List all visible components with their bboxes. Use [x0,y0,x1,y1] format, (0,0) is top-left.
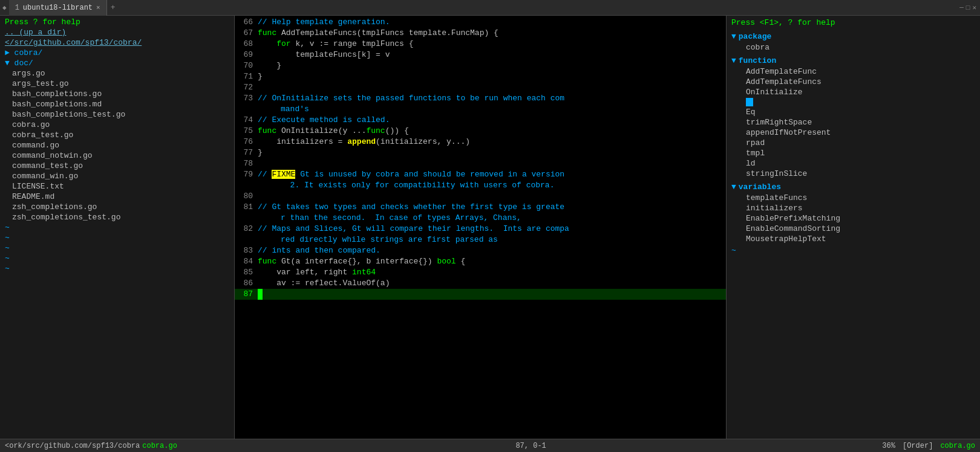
line-num-71: 71 [235,71,258,82]
outline-var-MousetrapHelpText[interactable]: MousetrapHelpText [727,234,980,244]
line-content-84: func Gt(a interface{}, b interface{}) bo… [258,256,465,267]
code-line-80: 80 [235,191,726,202]
close-icon[interactable]: ✕ [972,4,976,11]
line-content-68: for k, v := range tmplFuncs { [258,39,413,50]
file-cobra-test-go[interactable]: cobra_test.go [0,130,234,140]
tab-bar: ◆ 1 ubuntu18-librant × + ─ □ ✕ [0,0,980,16]
file-command-win-go[interactable]: command_win.go [0,171,234,181]
line-content-82: // Maps and Slices, Gt will compare thei… [258,224,569,245]
file-bash-completions-test-go[interactable]: bash_completions_test.go [0,109,234,120]
line-content-75: func OnInitialize(y ...func()) { [258,126,409,137]
tab-add-button[interactable]: + [107,3,119,12]
line-num-81: 81 [235,202,258,213]
outline-var-EnablePrefixMatching[interactable]: EnablePrefixMatching [727,213,980,224]
line-num-85: 85 [235,267,258,278]
tab-item[interactable]: 1 ubuntu18-librant × [9,0,107,16]
file-bash-completions-go[interactable]: bash_completions.go [0,89,234,99]
code-line-84: 84 func Gt(a interface{}, b interface{})… [235,256,726,267]
status-right: 36% [Order] cobra.go [882,442,975,450]
file-readme-md[interactable]: README.md [0,192,234,202]
status-path: <ork/src/github.com/spf13/cobra [5,442,140,450]
line-content-76: initializers = append(initializers, y...… [258,137,470,147]
outline-package-header[interactable]: ▼ package [727,31,980,42]
outline-package-value: cobra [727,42,980,53]
file-zsh-completions-go[interactable]: zsh_completions.go [0,202,234,212]
outline-variables-header[interactable]: ▼ variables [727,181,980,193]
cobra-dir-collapsed[interactable]: ► cobra/ [0,48,234,58]
outline-func-AddTemplateFunc[interactable]: AddTemplateFunc [727,66,980,77]
file-license-txt[interactable]: LICENSE.txt [0,181,234,192]
code-line-72: 72 [235,82,726,93]
outline-tilde: ~ [727,245,980,256]
outline-func-tmpl[interactable]: tmpl [727,148,980,158]
code-line-68: 68 for k, v := range tmplFuncs { [235,39,726,50]
line-num-78: 78 [235,158,258,169]
line-content-74: // Execute method is called. [258,115,390,126]
left-panel: Press ? for help .. (up a dir) </src/git… [0,16,235,439]
outline-func-ld[interactable]: ld [727,158,980,169]
outline-var-initializers[interactable]: initializers [727,203,980,213]
file-command-notwin-go[interactable]: command_notwin.go [0,150,234,161]
file-args-go[interactable]: args.go [0,68,234,79]
current-path[interactable]: </src/github.com/spf13/cobra/ [0,37,234,48]
status-percent: 36% [882,442,895,450]
file-bash-completions-md[interactable]: bash_completions.md [0,99,234,109]
line-num-83: 83 [235,245,258,256]
line-num-70: 70 [235,60,258,71]
code-line-67: 67 func AddTemplateFuncs(tmplFuncs templ… [235,28,726,39]
doc-dir-open[interactable]: ▼ doc/ [0,58,234,68]
outline-func-OnInitialize[interactable]: OnInitialize [727,87,980,97]
status-position: 87, 0-1 [180,442,883,450]
code-line-70: 70 } [235,60,726,71]
code-line-83: 83 // ints and then compared. [235,245,726,256]
tab-close-button[interactable]: × [96,4,100,11]
line-num-76: 76 [235,137,258,147]
code-area: 66 // Help template generation. 67 func … [235,16,726,439]
package-triangle: ▼ [731,32,736,41]
outline-func-stringInSlice[interactable]: stringInSlice [727,169,980,179]
tab-name: ubuntu18-librant [23,4,93,12]
line-num-68: 68 [235,39,258,50]
minimize-icon[interactable]: ─ [959,4,964,11]
outline-func-rpad[interactable]: rpad [727,138,980,148]
outline-var-EnableCommandSorting[interactable]: EnableCommandSorting [727,224,980,234]
left-panel-header: Press ? for help [0,17,234,27]
code-line-82: 82 // Maps and Slices, Gt will compare t… [235,224,726,245]
package-label: package [739,32,772,41]
line-content-67: func AddTemplateFuncs(tmplFuncs template… [258,28,498,39]
line-num-75: 75 [235,126,258,137]
line-content-87 [258,289,263,300]
outline-var-templateFuncs[interactable]: templateFuncs [727,193,980,203]
line-num-79: 79 [235,169,258,180]
outline-function-header[interactable]: ▼ function [727,55,980,66]
line-content-71: } [258,71,263,82]
code-line-75: 75 func OnInitialize(y ...func()) { [235,126,726,137]
function-triangle: ▼ [731,56,736,65]
line-num-69: 69 [235,50,258,60]
outline-func-trimRightSpace[interactable]: trimRightSpace [727,117,980,128]
up-dir-link[interactable]: .. (up a dir) [0,27,234,37]
line-num-72: 72 [235,82,258,93]
line-num-84: 84 [235,256,258,267]
file-command-test-go[interactable]: command_test.go [0,161,234,171]
line-content-83: // ints and then compared. [258,245,381,256]
code-line-85: 85 var left, right int64 [235,267,726,278]
outline-section-variables: ▼ variables templateFuncs initializers E… [727,180,980,245]
line-content-69: templateFuncs[k] = v [258,50,390,60]
code-line-71: 71 } [235,71,726,82]
outline-func-AddTemplateFuncs[interactable]: AddTemplateFuncs [727,77,980,87]
tilde-4: ~ [0,253,234,263]
outline-func-Eq[interactable]: Eq [727,107,980,117]
maximize-icon[interactable]: □ [966,4,970,11]
outline-func-appendIfNotPresent[interactable]: appendIfNotPresent [727,128,980,138]
code-line-66: 66 // Help template generation. [235,17,726,28]
outline-section-package: ▼ package cobra [727,30,980,54]
code-line-81: 81 // Gt takes two types and checks whet… [235,202,726,224]
file-cobra-go[interactable]: cobra.go [0,120,234,130]
line-num-74: 74 [235,115,258,126]
cursor-block [746,98,753,106]
file-zsh-completions-test-go[interactable]: zsh_completions_test.go [0,212,234,222]
variables-triangle: ▼ [731,182,736,192]
file-args-test-go[interactable]: args_test.go [0,79,234,89]
file-command-go[interactable]: command.go [0,140,234,150]
